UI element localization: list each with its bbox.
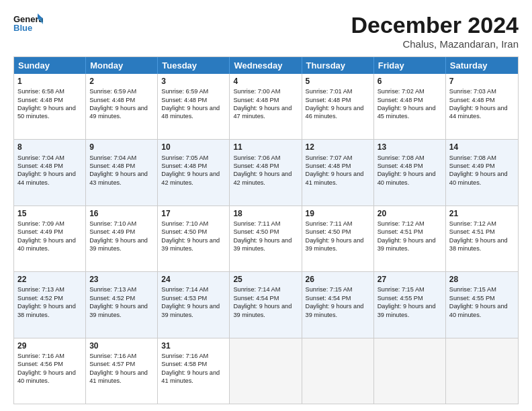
calendar-row: 15Sunrise: 7:09 AMSunset: 4:49 PMDayligh… xyxy=(14,205,518,271)
sunset-text: Sunset: 4:48 PM xyxy=(233,97,279,103)
daylight-text: Daylight: 9 hours and 39 minutes. xyxy=(233,303,292,318)
day-number: 2 xyxy=(89,76,154,87)
calendar-header: SundayMondayTuesdayWednesdayThursdayFrid… xyxy=(14,57,518,74)
daylight-text: Daylight: 9 hours and 43 minutes. xyxy=(89,171,148,185)
daylight-text: Daylight: 9 hours and 49 minutes. xyxy=(89,105,148,120)
sunset-text: Sunset: 4:52 PM xyxy=(17,295,63,302)
calendar-cell: 13Sunrise: 7:08 AMSunset: 4:48 PMDayligh… xyxy=(374,140,446,205)
daylight-text: Daylight: 9 hours and 38 minutes. xyxy=(449,237,508,252)
sunrise-text: Sunrise: 7:16 AM xyxy=(161,353,208,359)
calendar-cell: 10Sunrise: 7:05 AMSunset: 4:48 PMDayligh… xyxy=(158,140,230,205)
calendar-cell: 5Sunrise: 7:01 AMSunset: 4:48 PMDaylight… xyxy=(302,74,374,139)
day-number: 16 xyxy=(89,208,154,219)
daylight-text: Daylight: 9 hours and 46 minutes. xyxy=(306,105,364,120)
month-title: December 2024 xyxy=(351,12,519,38)
sunrise-text: Sunrise: 7:05 AM xyxy=(161,154,208,161)
calendar-cell: 18Sunrise: 7:11 AMSunset: 4:50 PMDayligh… xyxy=(230,206,302,271)
sunrise-text: Sunrise: 7:11 AM xyxy=(233,220,280,227)
sunrise-text: Sunrise: 7:04 AM xyxy=(89,154,136,161)
calendar-body: 1Sunrise: 6:58 AMSunset: 4:48 PMDaylight… xyxy=(14,74,518,404)
sunset-text: Sunset: 4:51 PM xyxy=(449,228,495,235)
calendar-row: 8Sunrise: 7:04 AMSunset: 4:48 PMDaylight… xyxy=(14,139,518,205)
calendar-cell: 14Sunrise: 7:08 AMSunset: 4:49 PMDayligh… xyxy=(446,140,518,205)
daylight-text: Daylight: 9 hours and 39 minutes. xyxy=(306,303,364,318)
day-number: 12 xyxy=(306,142,370,152)
daylight-text: Daylight: 9 hours and 40 minutes. xyxy=(17,237,76,252)
calendar-cell: 29Sunrise: 7:16 AMSunset: 4:56 PMDayligh… xyxy=(14,338,86,404)
daylight-text: Daylight: 9 hours and 39 minutes. xyxy=(378,237,436,252)
calendar-cell: 27Sunrise: 7:15 AMSunset: 4:55 PMDayligh… xyxy=(374,272,446,337)
sunrise-text: Sunrise: 7:06 AM xyxy=(233,154,280,161)
daylight-text: Daylight: 9 hours and 40 minutes. xyxy=(378,171,436,185)
day-number: 21 xyxy=(449,208,515,219)
daylight-text: Daylight: 9 hours and 41 minutes. xyxy=(306,171,364,185)
daylight-text: Daylight: 9 hours and 45 minutes. xyxy=(378,105,436,120)
sunset-text: Sunset: 4:48 PM xyxy=(378,163,423,169)
sunset-text: Sunset: 4:52 PM xyxy=(89,295,135,302)
calendar-cell: 21Sunrise: 7:12 AMSunset: 4:51 PMDayligh… xyxy=(446,206,518,271)
sunset-text: Sunset: 4:48 PM xyxy=(89,97,135,103)
logo-icon: General Blue xyxy=(13,12,43,35)
sunset-text: Sunset: 4:48 PM xyxy=(161,97,207,103)
calendar-row: 22Sunrise: 7:13 AMSunset: 4:52 PMDayligh… xyxy=(14,271,518,337)
daylight-text: Daylight: 9 hours and 41 minutes. xyxy=(89,369,148,384)
daylight-text: Daylight: 9 hours and 48 minutes. xyxy=(161,105,220,120)
sunset-text: Sunset: 4:50 PM xyxy=(306,228,351,235)
sunrise-text: Sunrise: 7:15 AM xyxy=(378,286,425,293)
day-number: 15 xyxy=(17,208,82,219)
day-number: 5 xyxy=(306,76,370,87)
sunrise-text: Sunrise: 7:12 AM xyxy=(378,220,425,227)
day-number: 3 xyxy=(161,76,226,87)
calendar-cell: 8Sunrise: 7:04 AMSunset: 4:48 PMDaylight… xyxy=(14,140,86,205)
day-number: 14 xyxy=(449,142,515,152)
calendar-cell: 20Sunrise: 7:12 AMSunset: 4:51 PMDayligh… xyxy=(374,206,446,271)
daylight-text: Daylight: 9 hours and 42 minutes. xyxy=(233,171,292,185)
day-number: 11 xyxy=(233,142,298,152)
sunset-text: Sunset: 4:50 PM xyxy=(161,228,207,235)
sunset-text: Sunset: 4:56 PM xyxy=(17,361,63,367)
calendar-cell: 28Sunrise: 7:15 AMSunset: 4:55 PMDayligh… xyxy=(446,272,518,337)
sunrise-text: Sunrise: 7:13 AM xyxy=(17,286,64,293)
daylight-text: Daylight: 9 hours and 39 minutes. xyxy=(161,303,220,318)
calendar-cell: 1Sunrise: 6:58 AMSunset: 4:48 PMDaylight… xyxy=(14,74,86,139)
sunrise-text: Sunrise: 7:15 AM xyxy=(449,286,496,293)
sunrise-text: Sunrise: 7:08 AM xyxy=(378,154,425,161)
daylight-text: Daylight: 9 hours and 38 minutes. xyxy=(17,303,76,318)
sunrise-text: Sunrise: 7:12 AM xyxy=(449,220,496,227)
weekday-header: Thursday xyxy=(302,57,374,74)
sunset-text: Sunset: 4:49 PM xyxy=(89,228,135,235)
day-number: 1 xyxy=(17,76,82,87)
sunrise-text: Sunrise: 6:59 AM xyxy=(161,88,208,95)
calendar: SundayMondayTuesdayWednesdayThursdayFrid… xyxy=(13,56,519,404)
day-number: 31 xyxy=(161,340,226,351)
calendar-cell: 15Sunrise: 7:09 AMSunset: 4:49 PMDayligh… xyxy=(14,206,86,271)
sunset-text: Sunset: 4:55 PM xyxy=(378,295,423,302)
daylight-text: Daylight: 9 hours and 39 minutes. xyxy=(378,303,436,318)
calendar-row: 29Sunrise: 7:16 AMSunset: 4:56 PMDayligh… xyxy=(14,338,518,404)
daylight-text: Daylight: 9 hours and 44 minutes. xyxy=(17,171,76,185)
day-number: 8 xyxy=(17,142,82,152)
sunrise-text: Sunrise: 7:03 AM xyxy=(449,88,496,95)
day-number: 7 xyxy=(449,76,515,87)
day-number: 27 xyxy=(378,274,442,285)
day-number: 29 xyxy=(17,340,82,351)
weekday-header: Saturday xyxy=(446,57,518,74)
header: General Blue December 2024 Chalus, Mazan… xyxy=(13,12,519,50)
daylight-text: Daylight: 9 hours and 42 minutes. xyxy=(161,171,220,185)
sunset-text: Sunset: 4:53 PM xyxy=(161,295,207,302)
sunset-text: Sunset: 4:48 PM xyxy=(306,97,351,103)
sunrise-text: Sunrise: 6:59 AM xyxy=(89,88,136,95)
sunrise-text: Sunrise: 7:13 AM xyxy=(89,286,136,293)
daylight-text: Daylight: 9 hours and 39 minutes. xyxy=(306,237,364,252)
day-number: 26 xyxy=(306,274,370,285)
sunrise-text: Sunrise: 7:01 AM xyxy=(306,88,353,95)
daylight-text: Daylight: 9 hours and 40 minutes. xyxy=(17,369,76,384)
day-number: 23 xyxy=(89,274,154,285)
sunset-text: Sunset: 4:48 PM xyxy=(161,163,207,169)
calendar-cell: 31Sunrise: 7:16 AMSunset: 4:58 PMDayligh… xyxy=(158,338,230,404)
sunset-text: Sunset: 4:49 PM xyxy=(17,228,63,235)
calendar-cell: 16Sunrise: 7:10 AMSunset: 4:49 PMDayligh… xyxy=(86,206,158,271)
daylight-text: Daylight: 9 hours and 47 minutes. xyxy=(233,105,292,120)
sunrise-text: Sunrise: 7:10 AM xyxy=(161,220,208,227)
title-block: December 2024 Chalus, Mazandaran, Iran xyxy=(351,12,519,50)
